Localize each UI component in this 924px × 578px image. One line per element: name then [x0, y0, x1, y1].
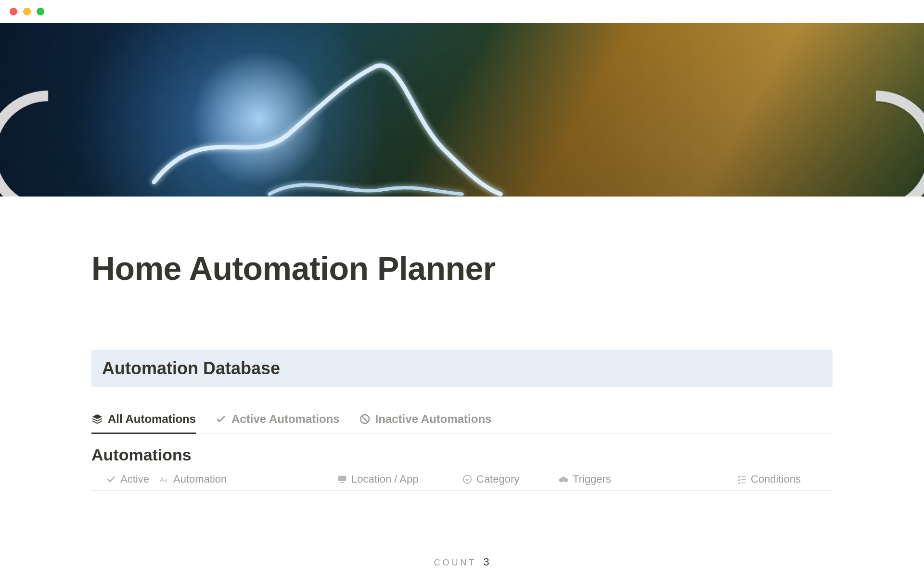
column-active[interactable]: Active [91, 473, 159, 486]
column-conditions[interactable]: Conditions [736, 473, 833, 486]
count-footer: COUNT 3 [0, 556, 924, 568]
checklist-icon [736, 474, 747, 485]
tab-label: Inactive Automations [375, 412, 492, 426]
tab-label: All Automations [108, 412, 196, 426]
stack-icon [91, 413, 103, 425]
column-automation[interactable]: Aa Automation [159, 473, 337, 486]
prohibit-icon [359, 413, 371, 425]
select-icon [462, 474, 473, 485]
view-tabs: All Automations Active Automations Inact… [91, 412, 833, 434]
window-chrome [0, 0, 924, 23]
table-header-row: Active Aa Automation Location / App Cate… [91, 473, 833, 491]
column-label: Automation [173, 473, 227, 486]
tab-all-automations[interactable]: All Automations [91, 412, 196, 434]
cover-image[interactable] [0, 23, 924, 197]
count-value: 3 [483, 556, 490, 568]
svg-rect-7 [562, 477, 565, 479]
svg-rect-3 [340, 482, 344, 483]
callout-block[interactable]: Automation Database [91, 350, 833, 387]
column-label: Location / App [351, 473, 418, 486]
svg-text:Aa: Aa [159, 476, 168, 484]
tab-label: Active Automations [231, 412, 339, 426]
column-category[interactable]: Category [462, 473, 558, 486]
column-label: Conditions [751, 473, 801, 486]
database-title[interactable]: Automations [91, 446, 833, 464]
count-label: COUNT [434, 558, 477, 567]
check-icon [215, 413, 227, 425]
binoculars-icon [558, 474, 569, 485]
tab-active-automations[interactable]: Active Automations [215, 412, 339, 434]
column-triggers[interactable]: Triggers [558, 473, 736, 486]
column-label: Category [476, 473, 519, 486]
column-location[interactable]: Location / App [337, 473, 462, 486]
column-label: Active [120, 473, 149, 486]
window-close-button[interactable] [10, 8, 17, 15]
column-label: Triggers [573, 473, 611, 486]
window-maximize-button[interactable] [37, 8, 44, 15]
callout-heading: Automation Database [102, 358, 822, 379]
svg-rect-2 [338, 476, 346, 481]
page-title[interactable]: Home Automation Planner [91, 250, 833, 287]
check-icon [106, 474, 116, 485]
monitor-icon [337, 474, 347, 485]
tab-inactive-automations[interactable]: Inactive Automations [359, 412, 492, 434]
svg-point-4 [463, 475, 472, 484]
window-minimize-button[interactable] [23, 8, 31, 15]
title-icon: Aa [159, 474, 169, 485]
